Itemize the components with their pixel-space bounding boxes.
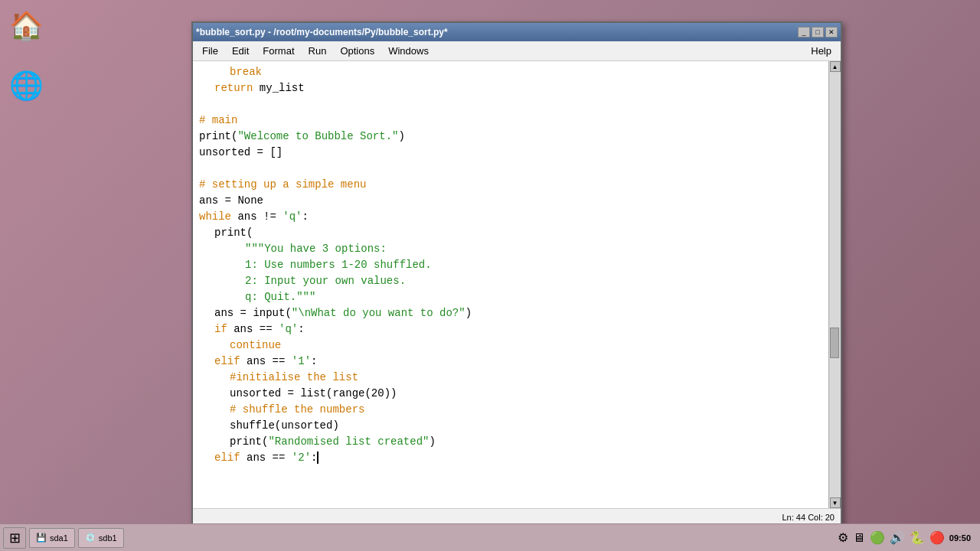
home-icon: 🏠 bbox=[8, 8, 44, 44]
code-line: 2: Input your own values. bbox=[199, 273, 822, 289]
code-line: # main bbox=[199, 112, 822, 129]
taskbar-item-sdb1[interactable]: 💿 sdb1 bbox=[78, 528, 124, 548]
code-line: print( bbox=[199, 225, 822, 241]
code-line: unsorted = [] bbox=[199, 145, 822, 161]
code-line: ans = input("\nWhat do you want to do?") bbox=[199, 305, 822, 321]
code-line: if ans == 'q': bbox=[199, 321, 822, 337]
menu-help[interactable]: Help bbox=[805, 43, 838, 60]
code-line: # shuffle the numbers bbox=[199, 402, 822, 418]
menu-format[interactable]: Format bbox=[256, 43, 300, 60]
code-line: continue bbox=[199, 337, 822, 354]
computer-tray-icon: 🖥 bbox=[853, 531, 865, 545]
drive-icon-sda1: 💾 bbox=[36, 533, 47, 543]
code-line: """You have 3 options: bbox=[199, 241, 822, 257]
scroll-down-button[interactable]: ▼ bbox=[830, 497, 841, 508]
code-line: elif ans == '1': bbox=[199, 354, 822, 370]
code-line: #initialise the list bbox=[199, 370, 822, 386]
code-line: while ans != 'q': bbox=[199, 209, 822, 225]
network-tray-icon: ⚙ bbox=[838, 530, 848, 545]
menu-run[interactable]: Run bbox=[302, 43, 333, 60]
code-line bbox=[199, 96, 822, 112]
scroll-track[interactable] bbox=[829, 72, 841, 497]
drive-label-sdb1: sdb1 bbox=[99, 533, 117, 543]
code-line: 1: Use numbers 1-20 shuffled. bbox=[199, 257, 822, 273]
red-tray-icon: 🔴 bbox=[929, 530, 945, 545]
menu-file[interactable]: File bbox=[196, 43, 224, 60]
vertical-scrollbar[interactable]: ▲ ▼ bbox=[828, 61, 841, 508]
title-bar: *bubble_sort.py - /root/my-documents/Py/… bbox=[193, 23, 841, 41]
network-icon: 🌐 bbox=[8, 67, 44, 104]
code-line: # setting up a simple menu bbox=[199, 177, 822, 193]
desktop-icon-network[interactable]: 🌐 bbox=[8, 67, 44, 104]
cursor-position: Ln: 44 Col: 20 bbox=[782, 513, 835, 522]
menu-bar: File Edit Format Run Options Windows Hel… bbox=[193, 41, 841, 61]
code-line: return my_list bbox=[199, 80, 822, 96]
volume-tray-icon: 🔊 bbox=[890, 530, 905, 545]
code-line: break bbox=[199, 64, 822, 80]
code-line: print("Randomised list created") bbox=[199, 434, 822, 450]
desktop-icon-home[interactable]: 🏠 bbox=[8, 8, 44, 44]
taskbar-start-button[interactable]: ⊞ bbox=[3, 527, 26, 549]
editor-window: *bubble_sort.py - /root/my-documents/Py/… bbox=[191, 21, 842, 527]
scroll-up-button[interactable]: ▲ bbox=[830, 61, 841, 72]
window-title: *bubble_sort.py - /root/my-documents/Py/… bbox=[196, 27, 448, 37]
taskbar: ⊞ 💾 sda1 💿 sdb1 ⚙ 🖥 🟢 🔊 🐍 🔴 09:50 bbox=[0, 523, 980, 551]
taskbar-items: 💾 sda1 💿 sdb1 bbox=[29, 528, 835, 548]
code-line: ans = None bbox=[199, 193, 822, 209]
status-bar: Ln: 44 Col: 20 bbox=[193, 508, 841, 525]
close-button[interactable]: ✕ bbox=[825, 27, 838, 37]
code-line bbox=[199, 161, 822, 177]
python-tray-icon: 🐍 bbox=[910, 530, 925, 545]
desktop: 🏠 🌐 *bubble_sort.py - /root/my-documents… bbox=[0, 0, 980, 551]
code-line: print("Welcome to Bubble Sort.") bbox=[199, 129, 822, 145]
taskbar-item-sda1[interactable]: 💾 sda1 bbox=[29, 528, 75, 548]
minimize-button[interactable]: _ bbox=[798, 27, 810, 37]
system-clock: 09:50 bbox=[949, 533, 971, 543]
scroll-thumb[interactable] bbox=[830, 328, 839, 358]
menu-options[interactable]: Options bbox=[334, 43, 381, 60]
code-editor[interactable]: breakreturn my_list # mainprint("Welcome… bbox=[193, 61, 828, 508]
drive-icon-sdb1: 💿 bbox=[85, 533, 96, 543]
title-buttons: _ □ ✕ bbox=[798, 27, 838, 37]
green-tray-icon: 🟢 bbox=[870, 530, 885, 545]
menu-windows[interactable]: Windows bbox=[382, 43, 435, 60]
code-container: breakreturn my_list # mainprint("Welcome… bbox=[193, 61, 841, 508]
code-line: q: Quit.""" bbox=[199, 289, 822, 305]
menu-edit[interactable]: Edit bbox=[226, 43, 255, 60]
desktop-icons: 🏠 🌐 bbox=[8, 8, 44, 104]
code-line: elif ans == '2': bbox=[199, 450, 822, 466]
code-line: unsorted = list(range(20)) bbox=[199, 386, 822, 402]
maximize-button[interactable]: □ bbox=[812, 27, 824, 37]
drive-label-sda1: sda1 bbox=[50, 533, 68, 543]
taskbar-right: ⚙ 🖥 🟢 🔊 🐍 🔴 09:50 bbox=[838, 530, 977, 545]
code-line: shuffle(unsorted) bbox=[199, 418, 822, 434]
